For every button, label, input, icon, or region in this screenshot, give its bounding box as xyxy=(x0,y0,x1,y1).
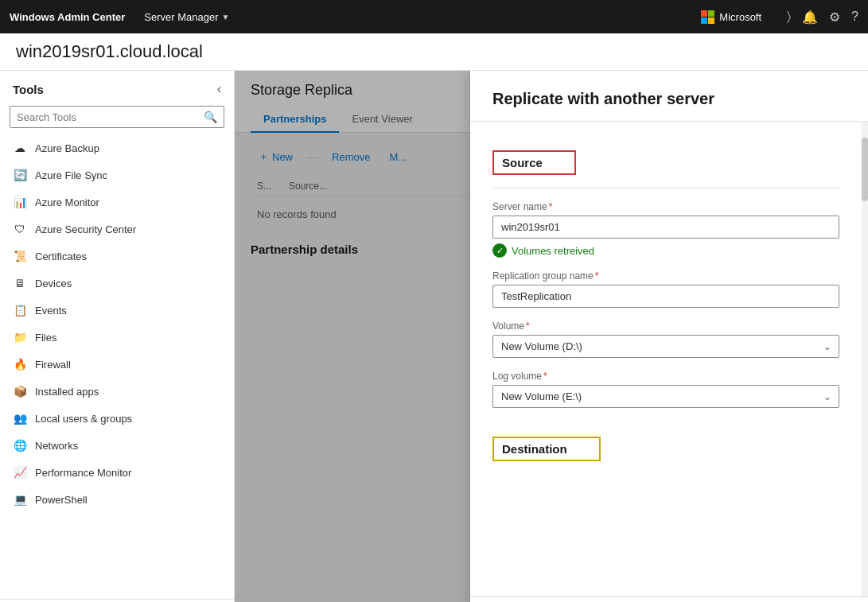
azure-file-sync-icon: 🔄 xyxy=(13,168,27,182)
sidebar-item-label: Devices xyxy=(35,278,72,289)
sidebar-item-label: Azure File Sync xyxy=(35,169,107,181)
required-indicator-3: * xyxy=(526,320,530,332)
log-volume-label: Log volume * xyxy=(492,371,839,382)
sidebar-item-firewall[interactable]: 🔥 Firewall xyxy=(0,351,234,378)
side-panel-title: Replicate with another server xyxy=(492,90,846,108)
sidebar-item-label: Networks xyxy=(35,440,78,452)
side-panel-scrollbar[interactable] xyxy=(862,122,868,596)
azure-backup-icon: ☁ xyxy=(13,141,27,155)
success-checkmark-icon: ✓ xyxy=(492,243,507,258)
bell-icon[interactable]: 🔔 xyxy=(802,10,818,25)
server-title: win2019sr01.cloud.local xyxy=(16,41,203,61)
firewall-icon: 🔥 xyxy=(13,357,27,371)
server-name-label: Server name * xyxy=(492,201,839,212)
azure-security-center-icon: 🛡 xyxy=(13,222,27,236)
sidebar-item-label: PowerShell xyxy=(35,494,88,506)
volume-group: Volume * New Volume (D:\) New Volume (E:… xyxy=(492,320,839,358)
sidebar-item-label: Firewall xyxy=(35,359,71,371)
chevron-down-icon: ▼ xyxy=(222,13,230,21)
volumes-retrieved-msg: ✓ Volumes retreived xyxy=(492,243,839,258)
log-volume-group: Log volume * New Volume (E:\) New Volume… xyxy=(492,371,839,408)
topbar: Windows Admin Center Server Manager ▼ Mi… xyxy=(0,0,868,33)
required-indicator-2: * xyxy=(595,270,599,282)
devices-icon: 🖥 xyxy=(13,276,27,290)
log-volume-select[interactable]: New Volume (E:\) New Volume (D:\) C:\ xyxy=(492,385,839,408)
server-manager-label: Server Manager xyxy=(144,11,218,23)
tools-label: Tools xyxy=(13,83,44,96)
sidebar-item-performance-monitor[interactable]: 📈 Performance Monitor xyxy=(0,459,234,486)
side-panel-body: Source Server name * ✓ Volumes retre xyxy=(470,122,862,596)
sidebar-item-certificates[interactable]: 📜 Certificates xyxy=(0,243,234,270)
volume-select-wrapper: New Volume (D:\) New Volume (E:\) C:\ ⌄ xyxy=(492,335,839,358)
certificates-icon: 📜 xyxy=(13,249,27,263)
sidebar-collapse-button[interactable]: ‹ xyxy=(217,82,221,96)
sidebar-item-powershell[interactable]: 💻 PowerShell xyxy=(0,486,234,513)
sidebar-item-azure-security-center[interactable]: 🛡 Azure Security Center xyxy=(0,216,234,243)
content-area: Tools ‹ 🔍 ☁ Azure Backup 🔄 Azure File Sy… xyxy=(0,71,868,602)
log-volume-select-wrapper: New Volume (E:\) New Volume (D:\) C:\ ⌄ xyxy=(492,385,839,408)
installed-apps-icon: 📦 xyxy=(13,384,27,398)
topbar-icon-group: 〉 🔔 ⚙ ? xyxy=(787,10,858,25)
sidebar-item-label: Installed apps xyxy=(35,386,99,398)
powershell-icon: 💻 xyxy=(13,492,27,507)
help-icon[interactable]: ? xyxy=(851,10,858,24)
server-name-group: Server name * ✓ Volumes retreived xyxy=(492,201,839,258)
networks-icon: 🌐 xyxy=(13,438,27,452)
search-input[interactable] xyxy=(10,107,197,127)
source-divider xyxy=(492,188,839,188)
server-name-input[interactable] xyxy=(492,216,839,239)
main-and-overlay: Storage Replica Partnerships Event Viewe… xyxy=(235,71,868,602)
files-icon: 📁 xyxy=(13,330,27,344)
sidebar-item-installed-apps[interactable]: 📦 Installed apps xyxy=(0,378,234,405)
sidebar-search-box[interactable]: 🔍 xyxy=(10,106,224,128)
required-indicator: * xyxy=(549,201,553,212)
source-section-header: Source xyxy=(492,150,576,175)
server-manager-dropdown[interactable]: Server Manager ▼ xyxy=(138,8,235,26)
replication-group-label: Replication group name * xyxy=(492,270,839,282)
server-title-bar: win2019sr01.cloud.local xyxy=(0,33,868,71)
scrollbar-thumb xyxy=(862,138,868,201)
sidebar-item-label: Local users & groups xyxy=(35,413,132,425)
sidebar-item-azure-monitor[interactable]: 📊 Azure Monitor xyxy=(0,188,234,216)
sidebar-item-devices[interactable]: 🖥 Devices xyxy=(0,270,234,297)
side-panel-header: Replicate with another server xyxy=(470,71,868,122)
app-brand: Windows Admin Center xyxy=(10,11,125,23)
sidebar-item-local-users[interactable]: 👥 Local users & groups xyxy=(0,405,234,432)
sidebar-item-label: Azure Monitor xyxy=(35,196,99,208)
sidebar-item-label: Certificates xyxy=(35,251,87,262)
sidebar-item-label: Files xyxy=(35,332,56,344)
ms-grid-icon xyxy=(701,10,714,24)
gear-icon[interactable]: ⚙ xyxy=(829,10,840,25)
volume-label: Volume * xyxy=(492,320,839,332)
sidebar-item-events[interactable]: 📋 Events xyxy=(0,297,234,324)
microsoft-logo: Microsoft xyxy=(701,10,761,24)
terminal-icon[interactable]: 〉 xyxy=(787,10,791,24)
sidebar-item-azure-backup[interactable]: ☁ Azure Backup xyxy=(0,134,234,161)
sidebar-item-label: Performance Monitor xyxy=(35,467,131,479)
local-users-icon: 👥 xyxy=(13,411,27,425)
destination-section-header: Destination xyxy=(492,437,601,461)
main-container: Tools ‹ 🔍 ☁ Azure Backup 🔄 Azure File Sy… xyxy=(0,71,868,602)
replication-group-input[interactable] xyxy=(492,285,839,308)
sidebar-header: Tools ‹ xyxy=(0,71,234,103)
sidebar-item-label: Azure Backup xyxy=(35,142,99,154)
required-indicator-4: * xyxy=(543,371,547,382)
sidebar-item-files[interactable]: 📁 Files xyxy=(0,324,234,351)
volume-select[interactable]: New Volume (D:\) New Volume (E:\) C:\ xyxy=(492,335,839,358)
sidebar-items-list: ☁ Azure Backup 🔄 Azure File Sync 📊 Azure… xyxy=(0,134,234,599)
replication-group-group: Replication group name * xyxy=(492,270,839,308)
side-panel-footer: Create Cancel xyxy=(470,596,868,602)
settings-section: ⚙ Settings xyxy=(0,599,234,602)
azure-monitor-icon: 📊 xyxy=(13,195,27,209)
side-panel: Replicate with another server Source Ser… xyxy=(470,71,868,602)
sidebar-item-label: Azure Security Center xyxy=(35,223,136,235)
search-icon: 🔍 xyxy=(197,107,224,127)
ms-label: Microsoft xyxy=(719,11,761,23)
sidebar-item-azure-file-sync[interactable]: 🔄 Azure File Sync xyxy=(0,161,234,188)
performance-monitor-icon: 📈 xyxy=(13,465,27,480)
sidebar: Tools ‹ 🔍 ☁ Azure Backup 🔄 Azure File Sy… xyxy=(0,71,235,602)
sidebar-item-networks[interactable]: 🌐 Networks xyxy=(0,432,234,459)
events-icon: 📋 xyxy=(13,303,27,317)
sidebar-item-label: Events xyxy=(35,305,67,317)
